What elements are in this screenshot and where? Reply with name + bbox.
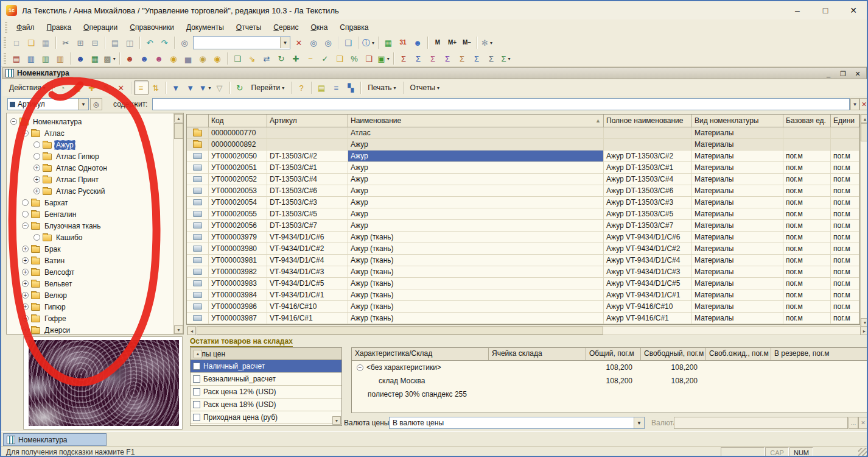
doc-refresh-icon[interactable]: ↻ (274, 51, 289, 66)
cell[interactable]: пог.м (831, 301, 859, 312)
cell[interactable]: Ажур (348, 151, 604, 161)
scroll-up-icon[interactable]: ▲ (194, 350, 202, 358)
report-doc-icon[interactable]: Σ (484, 51, 499, 66)
cell[interactable]: УТ000003986 (209, 301, 267, 312)
stock-column-header[interactable]: Своб.ожид., пог.м (706, 348, 771, 360)
report-flag-orange-icon[interactable]: Σ (455, 51, 469, 66)
price-type-row[interactable]: Раск цена 18% (USD) (191, 399, 341, 411)
cell[interactable] (783, 127, 831, 138)
cell[interactable]: УТ000020052 (209, 174, 267, 185)
table-horizontal-scrollbar[interactable]: ◄ ► (187, 326, 868, 335)
tree-item[interactable]: −Блузочная ткань (8, 220, 172, 232)
scroll-down-icon[interactable]: ▼ (332, 416, 341, 425)
find-next-icon[interactable]: ◎ (306, 35, 321, 50)
edit-icon[interactable]: ✎ (99, 80, 114, 95)
column-header-Едини[interactable]: Едини (831, 115, 859, 127)
menu-item-3[interactable]: Операции (77, 21, 124, 34)
column-header-Наименование[interactable]: Наименование▲ (348, 115, 604, 127)
currency-select-button[interactable]: … (849, 417, 858, 429)
toolbar-grip[interactable] (5, 22, 7, 33)
checkbox-icon[interactable] (193, 363, 200, 370)
refresh-icon[interactable]: ↻ (233, 80, 247, 95)
filter-value-input[interactable] (152, 98, 850, 110)
cell[interactable]: пог.м (831, 151, 859, 161)
expand-icon[interactable]: + (33, 176, 40, 183)
toolbar-grip[interactable] (4, 53, 6, 64)
cell[interactable]: VT-9416/C#10 (267, 301, 348, 312)
cell[interactable]: Материалы (692, 243, 783, 254)
barcode-icon[interactable]: ▤ (314, 80, 329, 95)
cell[interactable]: Ажур (ткань) (348, 301, 604, 312)
filter-menu-icon[interactable]: ▼▾ (198, 80, 212, 95)
tree-item[interactable]: Атлас Гипюр (8, 151, 172, 162)
column-header-Вид номенклатуры[interactable]: Вид номенклатуры (692, 115, 783, 127)
cell[interactable]: Материалы (692, 139, 783, 150)
tree-item[interactable]: +Атлас Русский (8, 185, 172, 197)
cell[interactable]: пог.м (831, 243, 859, 254)
cell[interactable]: Ажур (ткань) (348, 278, 604, 289)
filter-field-dropdown-icon[interactable]: ▼ (78, 99, 88, 110)
table-row[interactable]: УТ000020052DT-13503/C#4АжурАжур DT-13503… (187, 174, 859, 185)
cell[interactable]: Ажур (ткань) (348, 289, 604, 300)
actions-button[interactable]: Действия▾ (5, 80, 50, 95)
close-button[interactable]: ✕ (846, 4, 861, 16)
checkbox-icon[interactable] (193, 388, 200, 395)
resize-grip[interactable] (858, 448, 867, 456)
filter-field-combobox[interactable]: Артикул ▼ (7, 98, 89, 110)
doc-coins2-icon[interactable]: ❑ (332, 51, 347, 66)
filter-search-button[interactable]: ◎ (90, 98, 102, 110)
currency-price-dropdown-icon[interactable]: ▼ (634, 417, 644, 428)
cell[interactable]: DT-13503/C#4 (267, 174, 348, 185)
cell[interactable]: DT-13503/C#6 (267, 185, 348, 196)
cell[interactable] (783, 139, 831, 150)
table-row[interactable]: 00000000892АжурМатериалы (187, 139, 859, 151)
delete-icon[interactable]: ✕ (114, 80, 128, 95)
scroll-up-icon[interactable]: ▲ (174, 114, 183, 122)
checkbox-icon[interactable] (193, 414, 200, 421)
collapse-icon[interactable]: − (357, 364, 363, 371)
filter-value-dropdown-button[interactable]: ▼ (850, 98, 859, 110)
cell[interactable]: Материалы (692, 313, 783, 324)
service-settings-icon[interactable]: ✻▾ (480, 35, 494, 50)
table-row[interactable]: УТ000003986VT-9416/C#10Ажур (ткань)Ажур … (187, 301, 859, 313)
cell[interactable]: Ажур VT-9434/D1/C#5 (604, 278, 692, 289)
expand-icon[interactable]: + (33, 188, 40, 194)
cell[interactable]: пог.м (831, 278, 859, 289)
cell[interactable]: VT-9434/D1/C#1 (267, 289, 348, 300)
cell[interactable]: пог.м (783, 151, 831, 161)
cell[interactable]: УТ000003984 (209, 289, 267, 300)
expand-icon[interactable]: + (22, 257, 29, 264)
cell[interactable]: пог.м (783, 232, 831, 243)
report-person-red-icon[interactable]: Σ (396, 51, 411, 66)
report-person-pink-icon[interactable]: Σ (425, 51, 440, 66)
columns-settings-icon[interactable]: ▚ (343, 80, 358, 95)
cell[interactable]: VT-9434/D1/C#4 (267, 255, 348, 266)
scroll-right-icon[interactable]: ► (860, 327, 868, 335)
outgoing-cash-icon[interactable]: ◉ (195, 51, 210, 66)
column-header-marker[interactable] (187, 115, 209, 127)
reports-button[interactable]: Отчеты▾ (406, 80, 444, 95)
hierarchy-level-icon[interactable]: ⇅ (149, 80, 163, 95)
report-flag-blue-icon[interactable]: Σ (469, 51, 484, 66)
tree-item[interactable]: +Гофре (8, 313, 172, 324)
cell[interactable]: пог.м (783, 289, 831, 300)
cell[interactable] (831, 127, 859, 138)
cell[interactable]: Материалы (692, 185, 783, 196)
memory-m-minus-icon[interactable]: M− (460, 35, 474, 50)
cell[interactable]: Ажур (348, 185, 604, 196)
menu-item-1[interactable]: Файл (10, 21, 41, 34)
find-previous-icon[interactable]: ◎ (321, 35, 335, 50)
menu-item-6[interactable]: Отчеты (230, 21, 268, 34)
clear-search-icon[interactable]: ✕ (292, 35, 306, 50)
table-row[interactable]: УТ000020053DT-13503/C#6АжурАжур DT-13503… (187, 185, 859, 197)
search-dropdown-icon[interactable]: ▼ (280, 37, 290, 48)
cell[interactable]: Материалы (692, 151, 783, 161)
scroll-up-icon[interactable]: ▲ (861, 115, 868, 123)
print-preview-icon[interactable]: ◫ (122, 35, 137, 50)
table-hscrollbar-thumb[interactable] (197, 327, 603, 335)
print-tray-icon[interactable]: ▥ (53, 51, 68, 66)
cell[interactable] (831, 139, 859, 150)
counterparties-icon[interactable]: ☻ (73, 51, 88, 66)
toolbar-grip[interactable] (4, 37, 6, 48)
menu-item-5[interactable]: Документы (180, 21, 230, 34)
